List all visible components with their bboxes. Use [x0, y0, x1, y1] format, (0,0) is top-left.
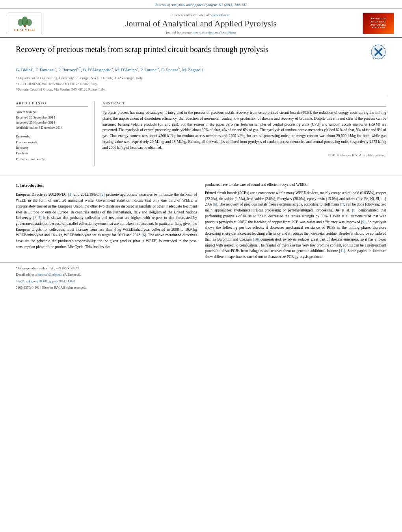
ref-6: [6] — [141, 233, 146, 237]
ref-7: [7] — [340, 202, 344, 206]
email-suffix: (P. Bartocci). — [63, 272, 81, 276]
article-history-label: Article history: — [16, 110, 88, 114]
body-column-left: 1. Introduction European Directives 2002… — [16, 182, 197, 262]
svg-point-1 — [18, 19, 23, 26]
footnotes-area: * Corresponding author. Tel.: +39 075585… — [0, 262, 402, 294]
ref-11: [11] — [339, 249, 345, 253]
keyword-2: Recovery — [16, 145, 88, 150]
elsevier-box: ELSEVIER — [8, 13, 41, 34]
journal-logo-text: JOURNAL OFANALYTICALAND APPLIEDPYROLYSIS — [369, 16, 388, 31]
abstract-header: ABSTRACT — [102, 101, 386, 107]
intro-paragraph-2: producers have to take care of sound and… — [205, 182, 386, 188]
journal-reference: Journal of Analytical and Applied Pyroly… — [155, 3, 247, 7]
ref-8: [8] — [352, 208, 356, 212]
received-date: Received 30 September 2014 — [16, 115, 88, 120]
elsevier-logo-area: ELSEVIER — [8, 13, 43, 34]
affiliation-c: ᶜ Somain Cecchini Group, Via Pontina 545… — [16, 87, 386, 92]
article-info-panel: ARTICLE INFO Article history: Received 3… — [16, 101, 95, 166]
paper-title: Recovery of precious metals from scrap p… — [16, 44, 367, 54]
keyword-1: Precious metals — [16, 139, 88, 145]
elsevier-wordmark: ELSEVIER — [14, 28, 35, 32]
affiliation-a: ᵃ Department of Engineering, University … — [16, 75, 386, 81]
keywords-section: Keywords: Precious metals Recovery Pyrol… — [16, 134, 88, 162]
sciencedirect-prefix: Contents lists available at — [173, 13, 209, 17]
right-logo-area: JOURNAL OFANALYTICALAND APPLIEDPYROLYSIS — [359, 13, 394, 34]
abstract-section: ABSTRACT Pyrolysis process has many adva… — [102, 101, 386, 166]
ref-6b: [6] — [213, 202, 217, 206]
copyright-notice: © 2014 Elsevier B.V. All rights reserved… — [102, 153, 386, 158]
corresponding-author-note: * Corresponding author. Tel.: +39 075585… — [16, 266, 80, 270]
footnote-issn: 0165-2370/© 2014 Elsevier B.V. All right… — [16, 285, 386, 291]
svg-rect-3 — [24, 25, 26, 27]
crossmark-logo: CrossMark — [370, 44, 386, 60]
footnote-doi: http://dx.doi.org/10.1016/j.jaap.2014.11… — [16, 279, 386, 284]
abstract-text: Pyrolysis process has many advantages, i… — [102, 110, 386, 150]
top-bar: Journal of Analytical and Applied Pyroly… — [0, 0, 402, 9]
keywords-label: Keywords: — [16, 134, 88, 138]
journal-logo-box: JOURNAL OFANALYTICALAND APPLIEDPYROLYSIS — [363, 13, 394, 34]
paper-content: Recovery of precious metals from scrap p… — [0, 38, 402, 170]
accepted-date: Accepted 25 November 2014 — [16, 120, 88, 125]
section1-title: 1. Introduction — [16, 182, 197, 189]
ref-2: [2] — [100, 193, 105, 196]
intro-paragraph-3: Printed circuit boards (PCBs) are a comp… — [205, 190, 386, 260]
article-info-abstract: ARTICLE INFO Article history: Received 3… — [16, 97, 386, 166]
crossmark-icon: CrossMark — [370, 44, 386, 60]
footnote-corresponding: * Corresponding author. Tel.: +39 075585… — [16, 266, 386, 271]
email-label: E-mail address: — [16, 272, 37, 276]
affiliation-b: ᵇ CECCHINI Srl, Via Demetriado 63, 00178… — [16, 81, 386, 87]
footnote-email: E-mail address: bartocci@crbnet.it (P. B… — [16, 272, 386, 278]
sciencedirect-link[interactable]: ScienceDirect — [210, 13, 229, 17]
keyword-4: Printed circuit boards — [16, 156, 88, 162]
homepage-line: journal homepage: www.elsevier.com/locat… — [43, 30, 359, 34]
ref-1: [1] — [68, 193, 73, 196]
article-info-header: ARTICLE INFO — [16, 101, 88, 107]
keyword-3: Pyrolysis — [16, 150, 88, 156]
intro-paragraph-1: European Directives 2002/96/EC [1] and 2… — [16, 192, 197, 250]
sciencedirect-line: Contents lists available at ScienceDirec… — [43, 13, 359, 17]
doi-link[interactable]: http://dx.doi.org/10.1016/j.jaap.2014.11… — [16, 279, 75, 283]
paper-title-section: Recovery of precious metals from scrap p… — [16, 44, 386, 63]
keywords-list: Precious metals Recovery Pyrolysis Print… — [16, 139, 88, 162]
affiliations: ᵃ Department of Engineering, University … — [16, 75, 386, 92]
email-link[interactable]: bartocci@crbnet.it — [37, 272, 62, 276]
journal-title: Journal of Analytical and Applied Pyroly… — [43, 19, 359, 29]
homepage-prefix: journal homepage: — [166, 30, 192, 34]
section-divider — [0, 176, 402, 176]
svg-point-2 — [26, 19, 32, 26]
svg-text:CrossMark: CrossMark — [373, 57, 384, 59]
body-column-right: producers have to take care of sound and… — [205, 182, 386, 262]
ref-3-5: [3–5] — [34, 216, 42, 220]
body-columns: 1. Introduction European Directives 2002… — [0, 182, 402, 262]
elsevier-tree-icon — [15, 15, 35, 27]
article-history-section: Article history: Received 30 September 2… — [16, 110, 88, 130]
homepage-link[interactable]: www.elsevier.com/locate/jaap — [194, 30, 236, 34]
ref-9: [9] — [361, 220, 365, 224]
available-date: Available online 3 December 2014 — [16, 125, 88, 130]
authors-line: G. Bidinia, F. Fantozzia, P. Bartoccia,*… — [16, 66, 386, 73]
journal-center-info: Contents lists available at ScienceDirec… — [43, 13, 359, 34]
ref-10: [10] — [253, 237, 259, 241]
journal-header: ELSEVIER Contents lists available at Sci… — [0, 9, 402, 38]
